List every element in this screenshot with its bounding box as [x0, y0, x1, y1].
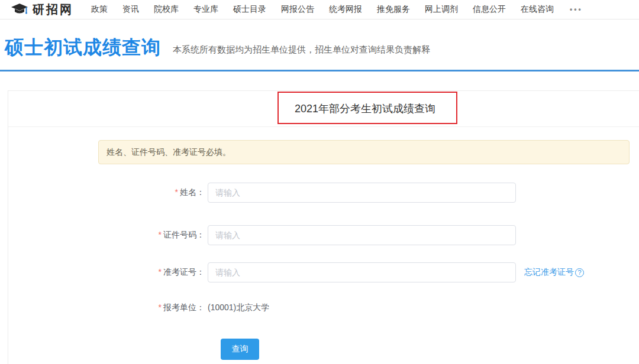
form-row-name: *姓名： — [8, 183, 516, 203]
unit-label: *报考单位： — [8, 303, 205, 313]
nav-item-online-report-notice[interactable]: 网报公告 — [281, 4, 314, 15]
required-fields-notice: 姓名、证件号码、准考证号必填。 — [98, 140, 630, 164]
question-circle-icon: ? — [575, 268, 584, 277]
nav-item-info-disclosure[interactable]: 信息公开 — [473, 4, 506, 15]
admission-ticket-label: *准考证号： — [8, 267, 205, 278]
nav-item-exempt-service[interactable]: 推免服务 — [377, 4, 410, 15]
query-card: 2021年部分考生初试成绩查询 姓名、证件号码、准考证号必填。 *姓名： *证件… — [8, 90, 639, 364]
nav-item-major-library[interactable]: 专业库 — [193, 4, 218, 15]
required-asterisk: * — [159, 230, 162, 239]
top-navbar: 研招网 政策 资讯 院校库 专业库 硕士目录 网报公告 统考网报 推免服务 网上… — [0, 0, 639, 20]
nav-links: 政策 资讯 院校库 专业库 硕士目录 网报公告 统考网报 推免服务 网上调剂 信… — [91, 4, 583, 15]
unit-value: (10001)北京大学 — [208, 303, 269, 313]
form-row-unit: *报考单位： (10001)北京大学 — [8, 298, 269, 318]
required-asterisk: * — [159, 303, 162, 312]
nav-item-unified-exam-report[interactable]: 统考网报 — [329, 4, 362, 15]
nav-item-policy[interactable]: 政策 — [91, 4, 108, 15]
name-input[interactable] — [208, 183, 516, 203]
form-row-admission-ticket: *准考证号： 忘记准考证号? — [8, 262, 584, 282]
site-logo-text: 研招网 — [33, 2, 73, 18]
page-title: 硕士初试成绩查询 — [5, 35, 161, 59]
card-title: 2021年部分考生初试成绩查询 — [8, 91, 639, 127]
query-button[interactable]: 查询 — [221, 339, 259, 360]
form-row-id-number: *证件号码： — [8, 225, 516, 245]
site-logo[interactable]: 研招网 — [11, 2, 73, 18]
id-number-label: *证件号码： — [8, 230, 205, 240]
graduation-cap-icon — [11, 3, 28, 16]
nav-item-online-consult[interactable]: 在线咨询 — [521, 4, 554, 15]
nav-item-college-library[interactable]: 院校库 — [154, 4, 179, 15]
forgot-ticket-link[interactable]: 忘记准考证号? — [524, 267, 584, 278]
required-asterisk: * — [159, 267, 162, 277]
nav-item-online-adjustment[interactable]: 网上调剂 — [425, 4, 458, 15]
nav-item-master-catalog[interactable]: 硕士目录 — [233, 4, 266, 15]
nav-item-news[interactable]: 资讯 — [122, 4, 139, 15]
page-subtitle: 本系统所有数据均为招生单位提供，招生单位对查询结果负责解释 — [173, 44, 430, 56]
required-asterisk: * — [175, 187, 178, 197]
nav-more-dots-icon[interactable]: ••• — [570, 5, 583, 14]
name-label: *姓名： — [8, 187, 205, 198]
admission-ticket-input[interactable] — [208, 262, 516, 282]
header-divider — [0, 70, 639, 72]
id-number-input[interactable] — [208, 225, 516, 245]
